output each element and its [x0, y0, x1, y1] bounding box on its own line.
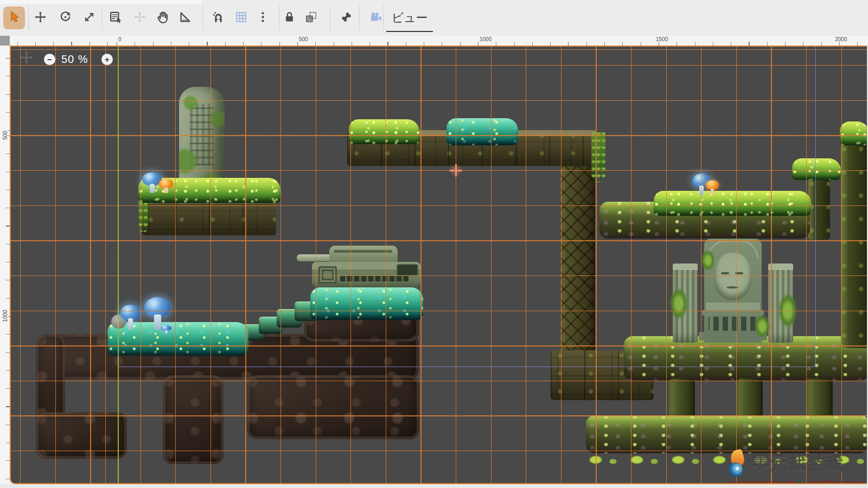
sprite-stepped-grass-top[interactable]	[840, 121, 867, 145]
toolbar-separator	[359, 5, 360, 30]
sprite-colonnade-pillar[interactable]	[669, 378, 695, 420]
edit-pivot-tool-button[interactable]	[129, 7, 150, 29]
magnet-icon	[212, 11, 225, 25]
scale-arrows-icon	[83, 11, 95, 25]
viewport-canvas[interactable]: − 50 % + 零元找游戏 www.lingliuyx.com www.06z…	[10, 46, 867, 484]
pivot-crosshair-icon	[133, 11, 146, 25]
view-menu-button[interactable]: ビュー	[386, 6, 433, 30]
watermark-url: www.lingliuyx.com	[732, 478, 796, 484]
ruler-label: 0	[117, 36, 123, 42]
editor-window: ビュー 0 500 1000 1500 2000 500 1000	[0, 0, 868, 488]
zoom-in-button[interactable]: +	[101, 54, 113, 65]
camera-viewport-rect	[118, 46, 816, 367]
list-select-tool-button[interactable]	[105, 7, 126, 29]
bone-icon	[340, 11, 353, 25]
sprite-colonnade-beam-lower[interactable]	[586, 415, 867, 453]
toolbar-separator	[203, 5, 203, 30]
toolbar-separator	[330, 5, 330, 30]
select-tool-button[interactable]	[3, 7, 25, 29]
x-zero-axis-line	[118, 47, 119, 483]
smart-snap-toggle-button[interactable]	[207, 7, 229, 29]
rotate-arrow-icon	[59, 11, 72, 25]
sprite-cave-right-mass[interactable]	[247, 375, 419, 439]
cursor-arrow-icon	[8, 11, 21, 25]
rotate-tool-button[interactable]	[54, 7, 76, 29]
zoom-level-label[interactable]: 50 %	[61, 53, 88, 66]
triangle-ruler-icon	[179, 11, 192, 25]
watermark-logo-icon	[727, 450, 748, 477]
ruler-label: 1000	[478, 36, 493, 42]
pan-tool-button[interactable]	[151, 7, 173, 29]
grid-icon	[235, 11, 247, 25]
skeleton-menu-button[interactable]	[335, 7, 357, 29]
horizontal-ruler[interactable]: 0 500 1000 1500 2000	[10, 36, 868, 46]
sprite-colonnade-pillar[interactable]	[737, 378, 763, 420]
view-menu-underline	[386, 31, 433, 32]
toolbar-separator	[383, 5, 384, 30]
vertical-ruler[interactable]: 500 1000	[0, 46, 10, 484]
pan-ghost-icon	[20, 50, 34, 67]
move-tool-button[interactable]	[29, 7, 51, 29]
ruler-tool-button[interactable]	[174, 7, 196, 29]
padlock-icon	[283, 11, 296, 25]
toolbar-separator	[102, 5, 103, 30]
watermark: 零元找游戏 www.lingliuyx.com www.06zyx.com	[725, 450, 867, 484]
ruler-label: 1000	[2, 307, 8, 325]
ruler-label: 500	[2, 127, 8, 144]
list-select-icon	[110, 11, 122, 25]
toolbar-top-strip	[0, 0, 202, 4]
toolbar: ビュー	[0, 0, 868, 36]
ruler-label: 2000	[834, 36, 848, 42]
watermark-swirl	[729, 463, 743, 477]
watermark-title: 零元找游戏	[752, 452, 844, 476]
sprite-cave-foot[interactable]	[36, 412, 127, 459]
watermark-url: www.06zyx.com	[807, 478, 861, 484]
snap-options-menu-button[interactable]	[252, 7, 273, 29]
ruler-label: 500	[298, 36, 309, 42]
zoom-out-button[interactable]: −	[44, 54, 55, 65]
origin-cross-marker[interactable]	[449, 164, 462, 177]
group-button[interactable]	[300, 7, 322, 29]
bottom-chrome-strip	[0, 484, 868, 488]
sprite-stepped-column-tall[interactable]	[841, 142, 867, 348]
ruler-label: 1500	[655, 36, 669, 42]
move-arrows-icon	[34, 11, 47, 25]
scale-tool-button[interactable]	[78, 7, 100, 29]
kebab-menu-icon	[257, 11, 269, 25]
group-squares-icon	[305, 11, 317, 25]
hand-icon	[156, 11, 169, 25]
ruler-corner	[0, 36, 10, 46]
lock-button[interactable]	[278, 7, 300, 29]
sprite-colonnade-pillar[interactable]	[807, 378, 833, 420]
sprite-cave-mid-column[interactable]	[163, 375, 224, 464]
grid-snap-toggle-button[interactable]	[230, 7, 252, 29]
film-camera-icon	[369, 11, 382, 25]
toolbar-separator	[28, 5, 29, 30]
